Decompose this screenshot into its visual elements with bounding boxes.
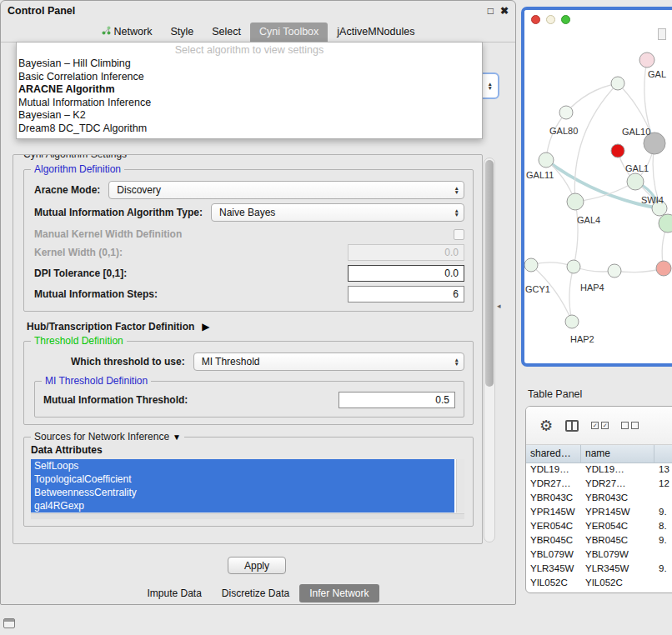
bottom-tab-discretize-data[interactable]: Discretize Data [212,584,299,602]
network-window-titlebar[interactable] [524,10,672,28]
tab-label: jActiveMNodules [337,26,414,38]
table-row[interactable]: YBR043CYBR043C [526,492,672,506]
network-node[interactable] [559,106,573,119]
attribute-list-item[interactable]: SelfLoops [31,459,454,472]
control-panel-titlebar[interactable]: Control Panel □ ✖ [1,1,515,21]
zoom-icon[interactable] [561,15,570,24]
settings-scrollbar-thumb[interactable] [485,160,494,387]
table-row[interactable]: YBR045CYBR045C9. [526,534,672,548]
attribute-list-item[interactable]: TopologicalCoefficient [31,472,454,486]
close-icon[interactable] [531,15,540,24]
network-node[interactable] [524,258,538,272]
network-vertical-scrollbar[interactable] [658,28,666,40]
tab-network[interactable]: Network [93,22,162,42]
network-node[interactable] [611,144,624,158]
tab-cyni-toolbox[interactable]: Cyni Toolbox [250,22,328,42]
attribute-list-item[interactable]: gal4RGexp [31,499,454,512]
algorithm-option[interactable]: Bayesian – Hill Climbing [17,58,482,71]
table-cell: YDL19… [526,463,581,478]
columns-icon[interactable] [565,420,579,432]
table-cell: YBR045C [526,534,581,548]
table-cell: YIL052C [526,577,581,591]
table-cell [654,577,672,591]
network-node[interactable] [639,52,654,68]
close-icon[interactable]: ✖ [500,5,509,17]
table-cell: YIL052C [581,577,654,591]
which-threshold-select[interactable]: MI Threshold ▲▼ [193,352,464,371]
combobox-spinner-icon: ▲▼ [450,186,459,194]
table-column-header[interactable]: name [581,445,654,462]
network-graph[interactable]: GALGAL80GAL10GAL11GAL1SWI4GAL4GCY1HAP4HA… [524,28,672,363]
network-edge[interactable] [569,267,574,322]
algorithm-option[interactable]: Bayesian – K2 [17,109,482,122]
tab-select[interactable]: Select [203,22,250,42]
float-window-icon[interactable]: □ [488,5,494,17]
which-threshold-label: Which threshold to use: [71,356,185,368]
collapsed-panel-icon[interactable] [3,618,15,628]
minimize-icon[interactable] [546,15,555,24]
hub-tf-definition-toggle[interactable]: Hub/Transcription Factor Definition ▶ [27,321,474,332]
network-node[interactable] [656,261,671,276]
network-node-label: HAP2 [570,334,594,344]
table-row[interactable]: YER054CYER054C8. [526,520,672,534]
combobox-spinner-icon: ▲▼ [450,208,459,217]
table-cell [654,548,672,562]
manual-kernel-width-checkbox[interactable] [454,229,464,240]
network-node[interactable] [627,173,644,190]
network-node[interactable] [567,260,580,273]
bottom-tab-impute-data[interactable]: Impute Data [137,584,211,602]
list-horizontal-scrollbar[interactable] [31,513,464,519]
settings-scrollbar[interactable] [484,158,495,542]
algorithm-option[interactable]: Basic Correlation Inference [17,71,482,84]
mi-threshold-field[interactable]: 0.5 [339,392,455,408]
table-row[interactable]: YDR27…YDR27…12 [526,478,672,492]
table-row[interactable]: YIL052CYIL052C [526,577,672,591]
kernel-width-field[interactable]: 0.0 [348,244,464,261]
table-row[interactable]: YLR345WYLR345W9. [526,562,672,577]
algorithm-definition-group: Algorithm Definition Aracne Mode: Discov… [23,169,474,312]
tab-style[interactable]: Style [161,22,203,42]
bottom-tab-infer-network[interactable]: Infer Network [299,584,379,602]
apply-button[interactable]: Apply [228,557,286,574]
which-threshold-value: MI Threshold [202,356,450,368]
network-node[interactable] [565,315,579,328]
list-vertical-scrollbar[interactable] [456,459,464,512]
table-cell: YLR345W [581,562,654,577]
table-row[interactable]: YDL19…YDL19…13 [526,463,672,478]
deselect-all-columns-icon[interactable] [621,422,639,429]
network-node[interactable] [539,152,554,168]
mi-algorithm-type-select[interactable]: Naive Bayes ▲▼ [211,203,464,222]
kernel-width-label: Kernel Width (0,1): [34,247,123,258]
tab-label: Network [114,26,153,38]
network-node[interactable] [608,264,621,278]
dpi-tolerance-field[interactable]: 0.0 [348,265,464,282]
algorithm-option[interactable]: Mutual Information Inference [17,97,482,110]
sources-group-title[interactable]: Sources for Network Inference▼ [31,431,184,442]
table-column-header[interactable] [654,445,672,462]
tab-label: Select [212,26,241,38]
network-node-label: GAL11 [526,170,554,180]
algorithm-dropdown-options: Bayesian – Hill ClimbingBasic Correlatio… [17,58,482,136]
algorithm-option[interactable]: ARACNE Algorithm [17,83,482,97]
network-node[interactable] [611,77,624,90]
aracne-mode-select[interactable]: Discovery ▲▼ [108,181,464,199]
network-edge[interactable] [574,202,578,267]
network-node[interactable] [567,193,584,210]
network-edge[interactable] [566,83,618,112]
tab-jactivemnodules[interactable]: jActiveMNodules [328,22,424,42]
tab-bar: NetworkStyleSelectCyni ToolboxjActiveMNo… [1,21,515,42]
gear-icon[interactable]: ⚙ [539,418,553,433]
table-row[interactable]: YBL079WYBL079W [526,548,672,562]
table-row[interactable]: YPR145WYPR145W9. [526,506,672,520]
network-node-label: SWI4 [641,195,664,205]
network-node[interactable] [659,214,672,232]
mi-steps-label: Mutual Information Steps: [34,288,158,300]
table-panel-window: ⚙ ✓ ✓ shared…name YDL19…YDL19…13YDR27…YD… [525,406,672,593]
panel-collapse-arrow[interactable]: ◂ [497,302,501,310]
table-column-header[interactable]: shared… [526,445,581,462]
select-all-columns-icon[interactable]: ✓ ✓ [591,422,609,429]
attribute-list-item[interactable]: BetweennessCentrality [31,486,454,499]
algorithm-option[interactable]: Dream8 DC_TDC Algorithm [17,122,482,136]
mi-steps-field[interactable]: 6 [348,286,464,302]
threshold-definition-group: Threshold Definition Which threshold to … [23,341,474,425]
